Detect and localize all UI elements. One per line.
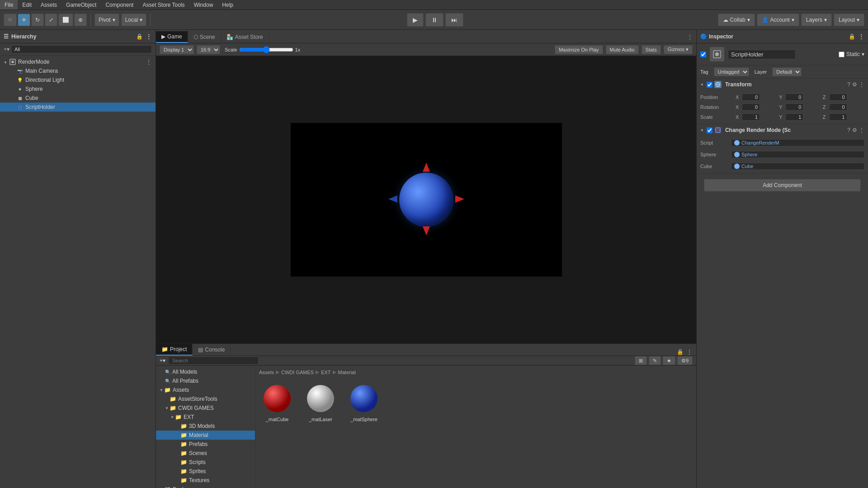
bottom-add-icon[interactable]: +▾ (160, 357, 165, 364)
object-active-checkbox[interactable] (700, 52, 706, 57)
mute-audio-btn[interactable]: Mute Audio (606, 45, 639, 54)
script-cube-value[interactable]: Cube (731, 163, 864, 170)
transform-header[interactable]: Transform ? ⚙ ⋮ (697, 79, 868, 90)
tab-console[interactable]: ▤ Console (193, 344, 231, 356)
script-settings-icon[interactable]: ⚙ (852, 127, 857, 133)
menu-gameobject[interactable]: GameObject (61, 0, 101, 9)
scale-y-input[interactable] (785, 113, 803, 121)
static-check[interactable] (839, 52, 844, 57)
pivot-button[interactable]: Pivot ▾ (94, 14, 119, 26)
static-dropdown-icon[interactable]: ▾ (862, 51, 864, 57)
star-btn[interactable]: ★ (663, 356, 675, 365)
tree-packages[interactable]: 📁 Packages (156, 485, 255, 488)
layer-select[interactable]: Default (772, 67, 802, 76)
tree-allmodels[interactable]: 🔍 All Models (156, 367, 255, 376)
tree-cwdigames[interactable]: 📁 CWDI GAMES (156, 404, 255, 413)
layers-button[interactable]: Layers ▾ (801, 14, 832, 26)
script-script-value[interactable]: ChangeRenderM (731, 139, 864, 146)
menu-component[interactable]: Component (101, 0, 138, 9)
tree-scripts[interactable]: 📁 Scripts (156, 458, 255, 467)
collab-button[interactable]: ☁ Collab ▾ (718, 14, 755, 26)
menu-help[interactable]: Help (217, 0, 238, 9)
pause-button[interactable]: ⏸ (425, 13, 443, 27)
rotate-tool[interactable]: ↻ (31, 14, 44, 26)
inspector-more-icon[interactable]: ⋮ (858, 33, 864, 40)
transform-tool[interactable]: ⊕ (74, 14, 87, 26)
hier-scriptholder[interactable]: ScriptHolder (0, 103, 156, 112)
tree-allprefabs[interactable]: 🔍 All Prefabs (156, 376, 255, 385)
scale-slider[interactable] (239, 46, 293, 53)
layout-button[interactable]: Layout ▾ (834, 14, 864, 26)
position-y-input[interactable] (785, 94, 803, 101)
settings-btn[interactable]: ⚙9 (677, 356, 693, 365)
aspect-select[interactable]: 16:9 (197, 45, 220, 54)
filter-btn[interactable]: ⊞ (635, 356, 647, 365)
tag-select[interactable]: Untagged (714, 67, 749, 76)
asset-matlaser[interactable]: _matLaser (302, 382, 339, 422)
scale-tool[interactable]: ⤢ (45, 14, 57, 26)
hierarchy-search-input[interactable] (11, 45, 152, 53)
transform-settings-icon[interactable]: ⚙ (852, 81, 857, 88)
display-select[interactable]: Display 1 (160, 45, 194, 54)
bc-material[interactable]: Material (338, 370, 356, 375)
tree-scenes[interactable]: 📁 Scenes (156, 449, 255, 458)
transform-help-icon[interactable]: ? (847, 81, 850, 88)
hier-sphere[interactable]: Sphere (0, 84, 156, 94)
bc-assets[interactable]: Assets (259, 370, 274, 375)
script-component-header[interactable]: C# Change Render Mode (Sc ? ⚙ ⋮ (697, 124, 868, 136)
tree-3dmodels[interactable]: 📁 3D Models (156, 422, 255, 431)
tree-ext[interactable]: 📁 EXT (156, 413, 255, 422)
transform-enabled-check[interactable] (707, 82, 712, 88)
tab-more-icon[interactable]: ⋮ (684, 31, 696, 43)
scale-x-input[interactable] (742, 113, 760, 121)
rotation-x-input[interactable] (742, 103, 760, 111)
tab-project[interactable]: 📁 Project (156, 344, 193, 356)
stats-btn[interactable]: Stats (642, 45, 661, 54)
inspector-lock-icon[interactable]: 🔒 (849, 33, 855, 40)
hier-rendermode[interactable]: RenderMode ⋮ (0, 57, 156, 66)
tab-assetstore[interactable]: 🏪 Asset Store (221, 31, 269, 43)
account-button[interactable]: 👤 Account ▾ (757, 14, 799, 26)
hierarchy-more-icon[interactable]: ⋮ (146, 33, 152, 40)
rect-tool[interactable]: ⬜ (58, 14, 73, 26)
bc-ext[interactable]: EXT (321, 370, 330, 375)
position-x-input[interactable] (742, 94, 760, 101)
rendermode-options[interactable]: ⋮ (146, 58, 152, 66)
local-button[interactable]: Local ▾ (121, 14, 147, 26)
move-tool[interactable]: ✛ (18, 14, 30, 26)
step-button[interactable]: ⏭ (445, 13, 463, 27)
transform-more-icon[interactable]: ⋮ (859, 81, 864, 88)
script-help-icon[interactable]: ? (847, 127, 850, 133)
bottom-lock-icon[interactable]: 🔒 (677, 349, 684, 355)
script-more-icon[interactable]: ⋮ (859, 127, 864, 133)
hand-tool[interactable]: ☞ (4, 14, 17, 26)
tree-assetstoretools[interactable]: 📁 AssetStoreTools (156, 394, 255, 404)
rotation-y-input[interactable] (785, 103, 803, 111)
tree-sprites[interactable]: 📁 Sprites (156, 467, 255, 476)
maximize-on-play-btn[interactable]: Maximize On Play (555, 45, 603, 54)
scale-z-input[interactable] (829, 113, 847, 121)
tree-prefabs[interactable]: 📁 Prefabs (156, 440, 255, 449)
project-search-input[interactable] (168, 357, 259, 365)
object-name-input[interactable] (728, 50, 796, 59)
menu-window[interactable]: Window (189, 0, 218, 9)
menu-edit[interactable]: Edit (18, 0, 36, 9)
hierarchy-plus-icon[interactable]: +▾ (4, 46, 9, 52)
hier-maincamera[interactable]: Main Camera (0, 66, 156, 75)
hier-directionallight[interactable]: Directional Light (0, 75, 156, 84)
play-button[interactable]: ▶ (407, 13, 424, 27)
tab-game[interactable]: ▶ Game (156, 31, 188, 43)
bc-cwdigames[interactable]: CWDI GAMES (281, 370, 314, 375)
menu-file[interactable]: File (0, 0, 18, 9)
add-component-button[interactable]: Add Component (704, 179, 861, 192)
pencil-btn[interactable]: ✎ (649, 356, 661, 365)
gizmos-btn[interactable]: Gizmos ▾ (664, 45, 693, 54)
bottom-more-icon[interactable]: ⋮ (686, 348, 693, 356)
tab-scene[interactable]: ⬡ Scene (188, 31, 221, 43)
tree-assets[interactable]: 📁 Assets (156, 385, 255, 394)
menu-assetstoretools[interactable]: Asset Store Tools (138, 0, 189, 9)
hierarchy-lock-icon[interactable]: 🔒 (136, 33, 143, 40)
tree-textures[interactable]: 📁 Textures (156, 476, 255, 485)
menu-assets[interactable]: Assets (36, 0, 61, 9)
script-sphere-value[interactable]: Sphere (731, 151, 864, 158)
